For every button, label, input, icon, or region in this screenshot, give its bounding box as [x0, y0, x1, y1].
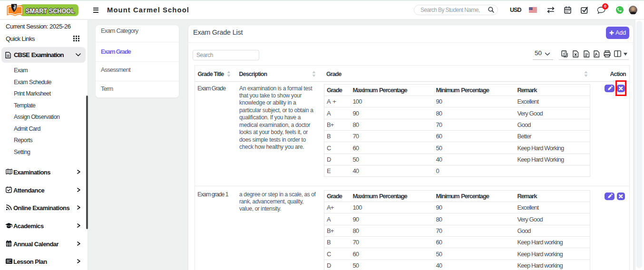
svg-text:SMART SCHOOL: SMART SCHOOL [26, 7, 75, 15]
